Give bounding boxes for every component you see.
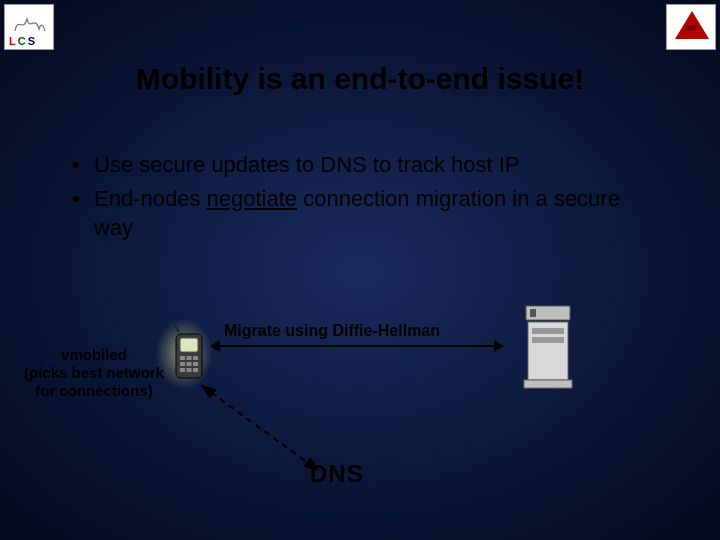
bullet-list: Use secure updates to DNS to track host … (72, 150, 660, 247)
svg-rect-1 (180, 338, 198, 352)
dns-label: DNS (310, 460, 364, 488)
bullet-item: Use secure updates to DNS to track host … (72, 150, 660, 180)
vmobiled-line3: for connections) (35, 382, 153, 399)
svg-rect-5 (180, 362, 185, 366)
svg-line-11 (174, 324, 179, 332)
svg-rect-2 (180, 356, 185, 360)
bullet-text-underlined: negotiate (207, 186, 298, 211)
dashed-arrow-icon (198, 382, 328, 478)
bullet-text: Use secure updates to DNS to track host … (94, 152, 520, 177)
svg-rect-9 (187, 368, 192, 372)
double-arrow-icon (210, 343, 504, 349)
migrate-label: Migrate using Diffie-Hellman (224, 322, 440, 340)
slide-title: Mobility is an end-to-end issue! (0, 62, 720, 96)
lcs-logo: LCS (4, 4, 54, 50)
svg-rect-10 (193, 368, 198, 372)
lab-label: lab (667, 23, 715, 32)
vmobiled-line2: (picks best network (24, 364, 164, 381)
mobile-device-icon (170, 324, 208, 384)
svg-rect-7 (193, 362, 198, 366)
vmobiled-line1: vmobiled (61, 346, 127, 363)
lab-logo: lab (666, 4, 716, 50)
svg-line-18 (202, 386, 318, 470)
diagram: vmobiled (picks best network for connect… (0, 310, 720, 510)
server-icon (518, 304, 578, 394)
svg-rect-13 (530, 309, 536, 317)
vmobiled-caption: vmobiled (picks best network for connect… (14, 346, 174, 400)
svg-rect-3 (187, 356, 192, 360)
svg-rect-8 (180, 368, 185, 372)
svg-rect-16 (532, 337, 564, 343)
lcs-text: LCS (9, 35, 37, 47)
bullet-item: End-nodes negotiate connection migration… (72, 184, 660, 243)
lcs-squiggle-icon (13, 11, 47, 35)
svg-rect-4 (193, 356, 198, 360)
svg-rect-17 (524, 380, 572, 388)
bullet-text-pre: End-nodes (94, 186, 207, 211)
svg-rect-15 (532, 328, 564, 334)
svg-rect-6 (187, 362, 192, 366)
